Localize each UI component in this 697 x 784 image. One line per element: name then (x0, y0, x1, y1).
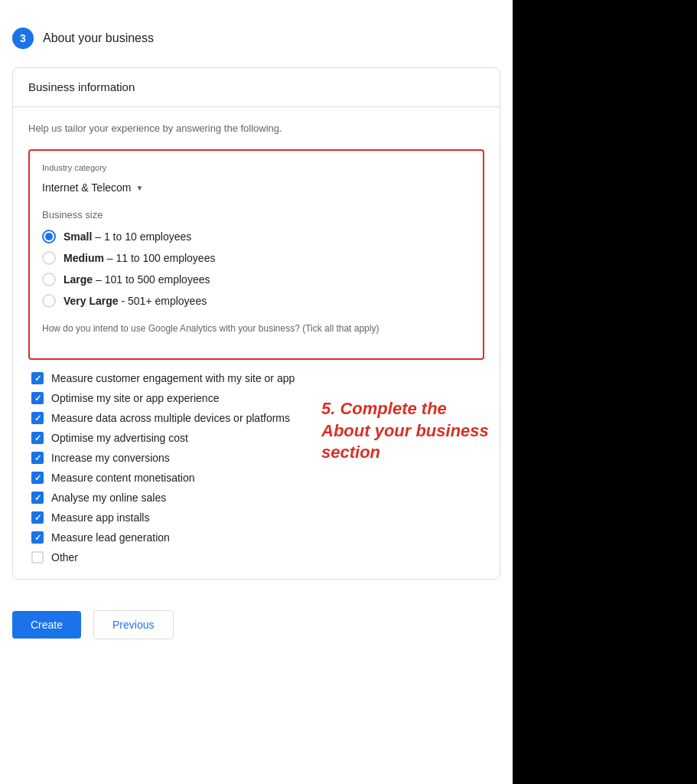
industry-dropdown[interactable]: Internet & Telecom ▼ (42, 178, 143, 197)
checkbox-box-multi-device: ✓ (31, 412, 44, 424)
radio-medium[interactable]: Medium – 11 to 100 employees (42, 251, 471, 265)
create-button[interactable]: Create (12, 611, 81, 639)
checkbox-box-monetisation: ✓ (31, 472, 44, 484)
card-body: Help us tailor your experience by answer… (13, 107, 500, 579)
checkbox-label-advertising: Optimise my advertising cost (51, 432, 188, 444)
step-header: 3 About your business (0, 15, 513, 61)
checkmark-multi-device: ✓ (34, 414, 41, 423)
radio-circle-medium (42, 251, 56, 265)
step-title: About your business (43, 31, 154, 45)
radio-very-large[interactable]: Very Large - 501+ employees (42, 294, 471, 308)
business-size-label: Business size (42, 209, 471, 220)
checkmark-conversions: ✓ (34, 454, 41, 462)
checkbox-label-online-sales: Analyse my online sales (51, 492, 166, 504)
checkmark-optimise-exp: ✓ (34, 394, 41, 403)
checkbox-box-engagement: ✓ (31, 372, 44, 384)
checkbox-label-other: Other (51, 551, 78, 564)
checkmark-lead-gen: ✓ (34, 534, 41, 542)
business-size-radio-group: Small – 1 to 10 employees Medium – 11 to… (42, 230, 471, 308)
industry-value: Internet & Telecom (42, 181, 131, 194)
card-header-title: Business information (28, 80, 135, 93)
checkbox-label-engagement: Measure customer engagement with my site… (51, 372, 295, 384)
checkbox-label-app-installs: Measure app installs (51, 511, 149, 524)
checkmark-online-sales: ✓ (34, 494, 41, 502)
radio-circle-small (42, 230, 56, 243)
footer-buttons: Create Previous (0, 592, 513, 652)
radio-small[interactable]: Small – 1 to 10 employees (42, 230, 471, 243)
radio-circle-very-large (42, 294, 56, 308)
card-header: Business information (13, 68, 500, 107)
checkbox-app-installs[interactable]: ✓ Measure app installs (31, 511, 481, 524)
radio-large[interactable]: Large – 101 to 500 employees (42, 273, 471, 286)
radio-inner-small (45, 233, 53, 240)
checkbox-label-monetisation: Measure content monetisation (51, 472, 195, 484)
radio-label-very-large: Very Large - 501+ employees (64, 295, 207, 307)
radio-circle-large (42, 273, 56, 286)
checkbox-label-optimise-exp: Optimise my site or app experience (51, 392, 219, 404)
checkbox-label-multi-device: Measure data across multiple devices or … (51, 412, 290, 424)
checkbox-box-online-sales: ✓ (31, 492, 44, 504)
checkbox-label-lead-gen: Measure lead generation (51, 531, 170, 544)
checkmark-monetisation: ✓ (34, 474, 41, 482)
checkbox-box-conversions: ✓ (31, 452, 44, 464)
checkbox-online-sales[interactable]: ✓ Analyse my online sales (31, 492, 481, 504)
checkbox-lead-gen[interactable]: ✓ Measure lead generation (31, 531, 481, 544)
previous-button[interactable]: Previous (93, 610, 173, 639)
checkbox-engagement[interactable]: ✓ Measure customer engagement with my si… (31, 372, 481, 384)
checkbox-other[interactable]: Other (31, 551, 481, 564)
radio-label-medium: Medium – 11 to 100 employees (64, 252, 215, 264)
checkbox-box-optimise-exp: ✓ (31, 392, 44, 404)
dropdown-arrow-icon: ▼ (135, 184, 143, 192)
highlighted-section: Industry category Internet & Telecom ▼ B… (28, 149, 484, 360)
checkbox-monetisation[interactable]: ✓ Measure content monetisation (31, 472, 481, 484)
business-info-card: Business information Help us tailor your… (12, 67, 500, 580)
checkbox-box-other (31, 551, 44, 564)
checkbox-box-app-installs: ✓ (31, 511, 44, 524)
helper-text: Help us tailor your experience by answer… (28, 122, 484, 134)
checkbox-label-conversions: Increase my conversions (51, 452, 170, 464)
checkbox-box-lead-gen: ✓ (31, 531, 44, 544)
radio-label-small: Small – 1 to 10 employees (64, 230, 191, 243)
checkbox-box-advertising: ✓ (31, 432, 44, 444)
question-text: How do you intend to use Google Analytic… (42, 322, 471, 335)
step-badge: 3 (12, 28, 34, 49)
checkmark-engagement: ✓ (34, 374, 41, 383)
black-panel (513, 0, 697, 784)
industry-label: Industry category (42, 163, 471, 172)
checkmark-app-installs: ✓ (34, 514, 41, 522)
annotation-text: 5. Complete the About your business sect… (321, 398, 490, 464)
checkmark-advertising: ✓ (34, 434, 41, 443)
radio-label-large: Large – 101 to 500 employees (64, 273, 210, 286)
